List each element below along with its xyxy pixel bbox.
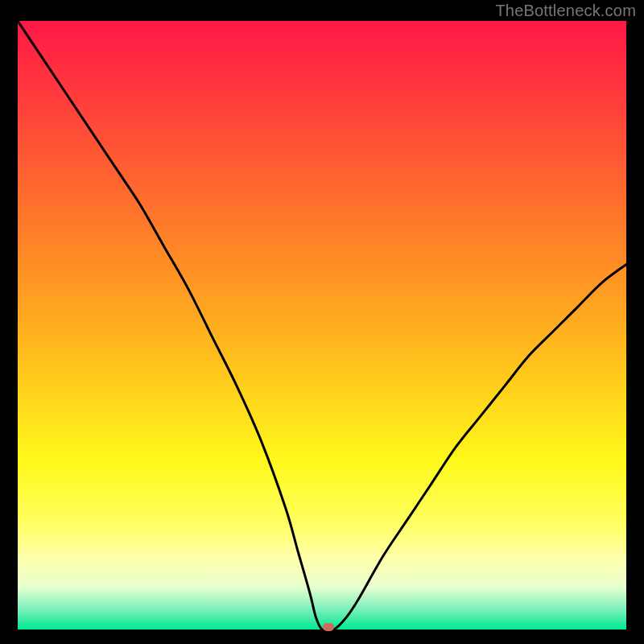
chart-svg [18, 21, 626, 630]
optimal-point-marker [323, 623, 334, 631]
chart-frame: TheBottleneck.com [0, 0, 644, 644]
plot-area [18, 21, 626, 630]
watermark-text: TheBottleneck.com [495, 2, 636, 20]
gradient-background [18, 21, 626, 630]
